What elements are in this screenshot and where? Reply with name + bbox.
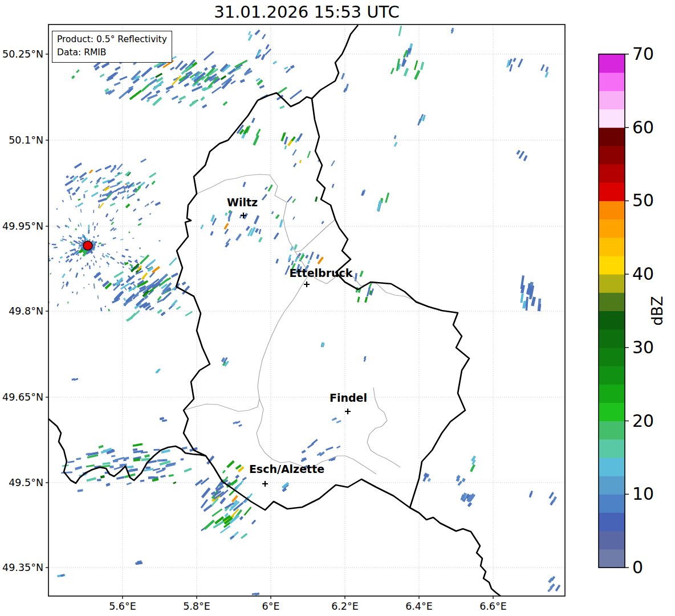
radar-echo bbox=[287, 196, 292, 202]
radar-echo bbox=[279, 105, 284, 109]
radar-echo bbox=[181, 458, 184, 460]
y-tick-label: 50.1°N bbox=[9, 134, 43, 146]
radar-echo bbox=[210, 231, 213, 235]
radar-echo bbox=[238, 424, 242, 427]
radar-echo bbox=[93, 210, 94, 213]
radar-echo bbox=[54, 247, 58, 248]
radar-echo bbox=[86, 477, 96, 482]
radar-echo bbox=[284, 67, 288, 70]
radar-site-marker bbox=[83, 241, 92, 250]
colorbar-segment bbox=[599, 311, 625, 329]
radar-echo bbox=[111, 217, 114, 221]
radar-echo bbox=[456, 476, 460, 482]
radar-echo bbox=[93, 272, 101, 279]
radar-echo bbox=[86, 464, 95, 467]
radar-echo bbox=[69, 268, 72, 271]
radar-echo bbox=[62, 282, 64, 284]
radar-echo bbox=[116, 251, 117, 252]
radar-echo bbox=[224, 229, 229, 234]
radar-echo bbox=[104, 306, 106, 308]
radar-echo bbox=[149, 272, 155, 278]
radar-echo bbox=[182, 446, 188, 450]
radar-echo bbox=[41, 289, 44, 293]
radar-echo bbox=[116, 476, 124, 479]
radar-echo bbox=[119, 88, 131, 99]
radar-echo bbox=[153, 468, 160, 471]
radar-echo bbox=[71, 75, 75, 79]
radar-echo bbox=[364, 297, 368, 303]
radar-echo bbox=[121, 255, 125, 258]
radar-echo bbox=[140, 254, 149, 264]
colorbar-segment bbox=[599, 476, 625, 495]
radar-echo bbox=[137, 198, 140, 201]
colorbar-segment bbox=[599, 329, 625, 348]
radar-echo bbox=[59, 261, 60, 263]
radar-echo bbox=[259, 85, 265, 89]
radar-echo bbox=[428, 478, 431, 482]
country-border-be-de bbox=[312, 25, 358, 99]
radar-echo bbox=[235, 475, 239, 479]
colorbar-label: dBZ bbox=[649, 296, 666, 325]
radar-echo bbox=[202, 104, 207, 109]
radar-echo bbox=[87, 263, 88, 266]
radar-echo bbox=[74, 162, 82, 169]
radar-echo bbox=[60, 256, 63, 259]
colorbar-segment bbox=[599, 292, 625, 311]
colorbar-segment bbox=[599, 549, 625, 568]
radar-echo bbox=[75, 186, 80, 192]
radar-echo bbox=[60, 574, 64, 577]
x-tick-label: 5.6°E bbox=[109, 601, 136, 612]
radar-echo bbox=[204, 67, 208, 71]
radar-echo bbox=[115, 66, 121, 71]
radar-echo bbox=[52, 244, 56, 246]
radar-echo bbox=[97, 198, 107, 202]
radar-echo bbox=[99, 242, 101, 244]
radar-echo bbox=[97, 479, 101, 481]
radar-echo bbox=[67, 187, 73, 191]
radar-echo bbox=[113, 237, 116, 239]
radar-echo bbox=[513, 58, 516, 62]
radar-echo bbox=[123, 459, 126, 461]
radar-echo bbox=[259, 229, 262, 234]
radar-echo bbox=[95, 168, 101, 173]
y-tick-label: 49.65°N bbox=[2, 391, 43, 403]
colorbar-segment bbox=[599, 72, 625, 91]
radar-echo bbox=[88, 225, 90, 230]
colorbar-segment bbox=[599, 109, 625, 128]
city-label-wiltz: Wiltz bbox=[227, 196, 258, 209]
radar-echo bbox=[121, 196, 124, 199]
radar-echo bbox=[158, 240, 160, 242]
radar-echo bbox=[60, 239, 63, 242]
colorbar-segment bbox=[599, 201, 625, 219]
radar-echo bbox=[84, 190, 88, 193]
radar-echo bbox=[204, 51, 214, 60]
radar-echo bbox=[128, 260, 132, 263]
radar-echo bbox=[251, 520, 256, 525]
radar-echo bbox=[538, 304, 542, 311]
radar-echo bbox=[176, 306, 181, 310]
radar-echo bbox=[67, 301, 69, 304]
canton-border-line bbox=[295, 219, 335, 252]
radar-echo bbox=[414, 60, 418, 70]
y-tick-label: 49.5°N bbox=[9, 477, 43, 488]
radar-echo bbox=[94, 184, 99, 188]
radar-echo bbox=[307, 151, 311, 158]
radar-echo bbox=[332, 183, 334, 187]
grid-layer bbox=[48, 25, 565, 596]
colorbar-segment bbox=[599, 255, 625, 274]
radar-echo bbox=[246, 226, 250, 231]
radar-echo bbox=[120, 262, 124, 265]
radar-echo bbox=[166, 85, 174, 90]
info-box-data-line: Data: RMIB bbox=[57, 46, 167, 59]
radar-echo bbox=[273, 60, 277, 64]
radar-echo bbox=[62, 200, 64, 202]
x-tick-label: 6.4°E bbox=[405, 601, 433, 612]
colorbar-segment bbox=[599, 402, 625, 421]
y-tick-label: 50.25°N bbox=[2, 48, 43, 60]
radar-echo bbox=[394, 142, 398, 147]
radar-echo bbox=[145, 184, 149, 189]
radar-echo bbox=[150, 77, 154, 80]
radar-echo bbox=[223, 223, 229, 230]
radar-echo bbox=[286, 68, 291, 73]
radar-echo bbox=[341, 73, 345, 80]
